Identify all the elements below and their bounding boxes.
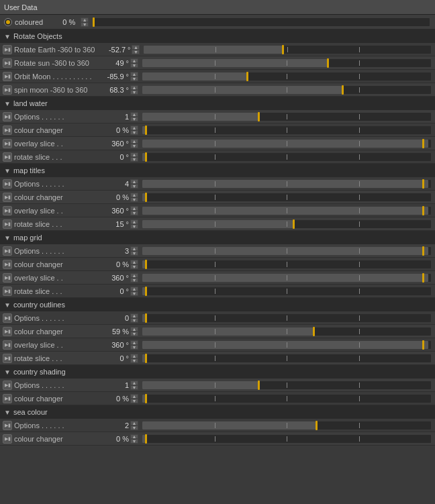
row-stepper-4-0[interactable]: ▲ ▼	[130, 313, 138, 323]
stepper-up-2-2[interactable]: ▲	[130, 206, 138, 211]
stepper-down-3-2[interactable]: ▼	[130, 278, 138, 283]
row-icon-0-3[interactable]: ▶ ▮	[3, 85, 12, 95]
row-icon-5-1[interactable]: ▶ ▮	[3, 394, 12, 403]
row-icon-3-2[interactable]: ▶ ▮	[3, 273, 12, 283]
row-icon-1-3[interactable]: ▶ ▮	[3, 152, 12, 162]
row-stepper-5-1[interactable]: ▲ ▼	[130, 394, 138, 403]
row-icon-5-0[interactable]: ▶ ▮	[3, 381, 12, 390]
stepper-down-1-3[interactable]: ▼	[130, 157, 138, 162]
row-slider-6-1[interactable]	[142, 435, 431, 443]
row-stepper-2-1[interactable]: ▲ ▼	[130, 193, 138, 202]
row-icon-3-0[interactable]: ▶ ▮	[3, 246, 12, 256]
stepper-down-5-0[interactable]: ▼	[130, 385, 138, 390]
row-icon-0-1[interactable]: ▶ ▮	[3, 58, 12, 68]
stepper-up-1-2[interactable]: ▲	[130, 139, 138, 144]
coloured-slider[interactable]	[93, 18, 430, 26]
stepper-up-0-1[interactable]: ▲	[130, 58, 138, 63]
stepper-down-0-0[interactable]: ▼	[132, 50, 140, 54]
stepper-up-3-2[interactable]: ▲	[130, 273, 138, 278]
stepper-up-0-0[interactable]: ▲	[132, 45, 140, 50]
row-slider-0-3[interactable]	[142, 86, 431, 94]
row-icon-6-0[interactable]: ▶ ▮	[3, 421, 12, 430]
stepper-up-1-0[interactable]: ▲	[130, 112, 138, 117]
stepper-up-2-3[interactable]: ▲	[130, 219, 138, 224]
stepper-down-5-1[interactable]: ▼	[130, 399, 138, 403]
section-header-5[interactable]: ▼country shading	[0, 365, 435, 379]
row-stepper-1-0[interactable]: ▲ ▼	[130, 112, 138, 121]
row-icon-3-3[interactable]: ▶ ▮	[3, 287, 12, 296]
row-slider-1-1[interactable]	[142, 126, 431, 134]
stepper-up-6-1[interactable]: ▲	[130, 434, 138, 439]
row-slider-2-3[interactable]	[142, 220, 431, 228]
row-stepper-6-0[interactable]: ▲ ▼	[130, 421, 138, 430]
row-stepper-1-3[interactable]: ▲ ▼	[130, 152, 138, 162]
stepper-down-0-2[interactable]: ▼	[130, 77, 138, 81]
stepper-down-1-1[interactable]: ▼	[130, 130, 138, 135]
row-icon-1-2[interactable]: ▶ ▮	[3, 139, 12, 148]
row-stepper-5-0[interactable]: ▲ ▼	[130, 381, 138, 390]
row-slider-1-0[interactable]	[142, 113, 431, 121]
row-slider-2-2[interactable]	[142, 207, 431, 215]
row-slider-3-1[interactable]	[142, 260, 431, 268]
stepper-up-1-1[interactable]: ▲	[130, 125, 138, 130]
row-icon-4-3[interactable]: ▶ ▮	[3, 354, 12, 363]
coloured-stepper[interactable]: ▲ ▼	[81, 17, 89, 27]
row-slider-2-1[interactable]	[142, 193, 431, 201]
stepper-up-3-0[interactable]: ▲	[130, 246, 138, 251]
stepper-up-3-1[interactable]: ▲	[130, 260, 138, 264]
coloured-radio[interactable]	[4, 18, 12, 26]
row-icon-6-1[interactable]: ▶ ▮	[3, 434, 12, 444]
section-header-3[interactable]: ▼map grid	[0, 231, 435, 244]
stepper-down-0-1[interactable]: ▼	[130, 63, 138, 68]
stepper-up-5-0[interactable]: ▲	[130, 381, 138, 385]
stepper-down-3-3[interactable]: ▼	[130, 291, 138, 296]
stepper-down-2-2[interactable]: ▼	[130, 211, 138, 215]
stepper-up-2-1[interactable]: ▲	[130, 193, 138, 197]
row-stepper-2-3[interactable]: ▲ ▼	[130, 219, 138, 229]
stepper-down-2-0[interactable]: ▼	[130, 184, 138, 189]
stepper-down-4-1[interactable]: ▼	[130, 332, 138, 336]
row-stepper-0-3[interactable]: ▲ ▼	[130, 85, 138, 95]
stepper-up-4-2[interactable]: ▲	[130, 340, 138, 345]
row-stepper-4-1[interactable]: ▲ ▼	[130, 327, 138, 336]
row-slider-1-3[interactable]	[142, 153, 431, 161]
row-stepper-0-2[interactable]: ▲ ▼	[130, 72, 138, 81]
row-icon-0-0[interactable]: ▶ ▮	[3, 45, 12, 54]
row-icon-4-1[interactable]: ▶ ▮	[3, 327, 12, 336]
row-slider-3-3[interactable]	[142, 287, 431, 295]
section-header-0[interactable]: ▼Rotate Objects	[0, 30, 435, 43]
stepper-up-1-3[interactable]: ▲	[130, 152, 138, 157]
row-slider-5-1[interactable]	[142, 395, 431, 403]
row-slider-3-2[interactable]	[142, 274, 431, 282]
row-slider-1-2[interactable]	[142, 140, 431, 148]
row-stepper-1-2[interactable]: ▲ ▼	[130, 139, 138, 148]
stepper-down-0-3[interactable]: ▼	[130, 90, 138, 95]
row-slider-4-3[interactable]	[142, 354, 431, 362]
stepper-up-6-0[interactable]: ▲	[130, 421, 138, 425]
row-stepper-3-2[interactable]: ▲ ▼	[130, 273, 138, 283]
stepper-down-2-1[interactable]: ▼	[130, 197, 138, 202]
stepper-up-4-0[interactable]: ▲	[130, 313, 138, 318]
row-stepper-4-3[interactable]: ▲ ▼	[130, 354, 138, 363]
stepper-down[interactable]: ▼	[81, 22, 89, 27]
stepper-down-6-1[interactable]: ▼	[130, 439, 138, 444]
row-slider-5-0[interactable]	[142, 381, 431, 389]
row-stepper-3-1[interactable]: ▲ ▼	[130, 260, 138, 269]
row-slider-0-1[interactable]	[142, 59, 431, 67]
row-slider-4-0[interactable]	[142, 314, 431, 322]
section-header-6[interactable]: ▼sea colour	[0, 405, 435, 419]
row-icon-2-1[interactable]: ▶ ▮	[3, 193, 12, 202]
row-icon-3-1[interactable]: ▶ ▮	[3, 260, 12, 269]
stepper-up-0-3[interactable]: ▲	[130, 85, 138, 90]
row-stepper-6-1[interactable]: ▲ ▼	[130, 434, 138, 444]
row-slider-6-0[interactable]	[142, 421, 431, 430]
stepper-down-2-3[interactable]: ▼	[130, 224, 138, 229]
row-stepper-3-0[interactable]: ▲ ▼	[130, 246, 138, 256]
stepper-up-4-3[interactable]: ▲	[130, 354, 138, 358]
section-header-4[interactable]: ▼country outlines	[0, 298, 435, 311]
row-slider-0-2[interactable]	[142, 72, 431, 81]
stepper-up-3-3[interactable]: ▲	[130, 287, 138, 291]
row-slider-2-0[interactable]	[142, 180, 431, 188]
stepper-down-3-0[interactable]: ▼	[130, 251, 138, 256]
row-stepper-2-0[interactable]: ▲ ▼	[130, 179, 138, 189]
